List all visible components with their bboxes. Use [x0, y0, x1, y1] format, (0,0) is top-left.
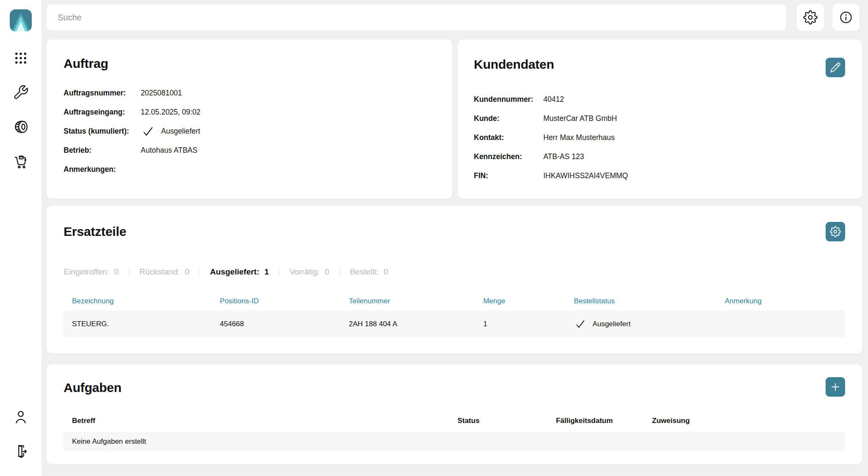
- parts-settings-button[interactable]: [826, 222, 845, 241]
- filter-vorraetig[interactable]: Vorrätig: 0: [289, 267, 329, 277]
- add-task-button[interactable]: [826, 377, 845, 397]
- filter-eingetroffen[interactable]: Eingetroffen: 0: [64, 267, 119, 277]
- sidebar-nav: [13, 50, 29, 169]
- cell-bestellstatus: Ausgeliefert: [574, 318, 725, 330]
- column-anmerkung[interactable]: Anmerkung: [725, 297, 845, 305]
- column-zuweisung: Zuweisung: [652, 417, 845, 425]
- checkmark-icon: [574, 318, 587, 330]
- kundendaten-card: Kundendaten Kundennummer: 40412 Kunde: M…: [458, 39, 862, 199]
- filter-rueckstand[interactable]: Rückstand: 0: [139, 267, 189, 277]
- column-bestellstatus[interactable]: Bestellstatus: [574, 297, 725, 305]
- column-bezeichnung[interactable]: Bezeichnung: [64, 297, 220, 305]
- cell-bezeichnung: STEUERG.: [64, 320, 220, 328]
- tasks-empty-text: Keine Aufgaben erstellt: [72, 437, 146, 446]
- aufgaben-title: Aufgaben: [64, 364, 845, 395]
- sidebar-bottom: [13, 409, 29, 459]
- field-kontakt: Kontakt: Herr Max Musterhaus: [474, 128, 846, 147]
- pencil-icon: [830, 62, 841, 73]
- gear-icon: [803, 10, 818, 25]
- cart-icon[interactable]: [13, 153, 29, 169]
- tasks-table-header: Betreff Status Fälligkeitsdatum Zuweisun…: [64, 417, 845, 425]
- info-button[interactable]: [832, 4, 860, 31]
- filter-separator: [279, 267, 279, 277]
- auftrag-card: Auftrag Auftragsnummer: 2025081001 Auftr…: [47, 39, 452, 199]
- edit-customer-button[interactable]: [826, 58, 845, 77]
- column-menge[interactable]: Menge: [483, 297, 574, 305]
- column-status: Status: [457, 417, 556, 425]
- settings-button[interactable]: [797, 4, 824, 31]
- field-auftragseingang: Auftragseingang: 12.05.2025, 09:02: [64, 103, 435, 122]
- column-faelligkeitsdatum: Fälligkeitsdatum: [556, 417, 652, 425]
- logout-icon[interactable]: [13, 443, 29, 459]
- filter-separator: [339, 267, 340, 277]
- filter-ausgeliefert[interactable]: Ausgeliefert: 1: [210, 267, 269, 277]
- cell-teilenummer: 2AH 188 404 A: [349, 320, 483, 328]
- kundendaten-title: Kundendaten: [474, 39, 846, 72]
- checkmark-icon: [141, 124, 155, 139]
- plus-icon: [830, 381, 841, 392]
- field-kundennummer: Kundennummer: 40412: [474, 90, 846, 109]
- tire-icon[interactable]: [13, 119, 29, 135]
- auftrag-fields: Auftragsnummer: 2025081001 Auftragseinga…: [64, 84, 435, 179]
- parts-table-header: Bezeichnung Positions-ID Teilenummer Men…: [64, 297, 845, 305]
- tasks-empty-row: Keine Aufgaben erstellt: [64, 432, 845, 451]
- field-anmerkungen: Anmerkungen:: [64, 160, 435, 179]
- filter-separator: [200, 267, 200, 277]
- apps-grid-icon[interactable]: [13, 50, 29, 66]
- gear-icon: [830, 226, 841, 237]
- cell-menge: 1: [483, 320, 574, 328]
- column-teilenummer[interactable]: Teilenummer: [349, 297, 483, 305]
- field-fin: FIN: IHKAWIHSS2AI4VEMMQ: [474, 166, 846, 185]
- cell-positions-id: 454668: [220, 320, 349, 328]
- field-betrieb: Betrieb: Autohaus ATBAS: [64, 141, 435, 160]
- field-status-kumuliert: Status (kumuliert): Ausgeliefert: [64, 122, 435, 141]
- column-positions-id[interactable]: Positions-ID: [220, 297, 349, 305]
- ersatzteile-title: Ersatzteile: [64, 206, 845, 239]
- app-logo: [10, 9, 32, 31]
- parts-table-row[interactable]: STEUERG. 454668 2AH 188 404 A 1 Ausgelie…: [64, 311, 845, 337]
- app-root: Auftrag Auftragsnummer: 2025081001 Auftr…: [0, 0, 868, 476]
- filter-separator: [129, 267, 129, 277]
- parts-status-filters: Eingetroffen: 0 Rückstand: 0 Ausgeliefer…: [64, 267, 845, 277]
- sidebar: [0, 0, 42, 476]
- search-input[interactable]: [47, 4, 786, 31]
- wrench-icon[interactable]: [13, 84, 29, 101]
- logo-icon: [10, 9, 32, 31]
- user-profile-icon[interactable]: [13, 409, 29, 425]
- ersatzteile-card: Ersatzteile Eingetroffen: 0 Rückstand: 0…: [47, 206, 862, 353]
- filter-bestellt[interactable]: Bestellt: 0: [350, 267, 388, 277]
- auftrag-title: Auftrag: [64, 39, 435, 71]
- column-betreff: Betreff: [64, 417, 457, 425]
- kundendaten-fields: Kundennummer: 40412 Kunde: MusterCar ATB…: [474, 90, 846, 185]
- field-kunde: Kunde: MusterCar ATB GmbH: [474, 109, 846, 128]
- field-auftragsnummer: Auftragsnummer: 2025081001: [64, 84, 435, 103]
- aufgaben-card: Aufgaben Betreff Status Fälligkeitsdatum…: [47, 364, 862, 464]
- field-kennzeichen: Kennzeichen: ATB-AS 123: [474, 147, 846, 166]
- info-icon: [839, 10, 853, 25]
